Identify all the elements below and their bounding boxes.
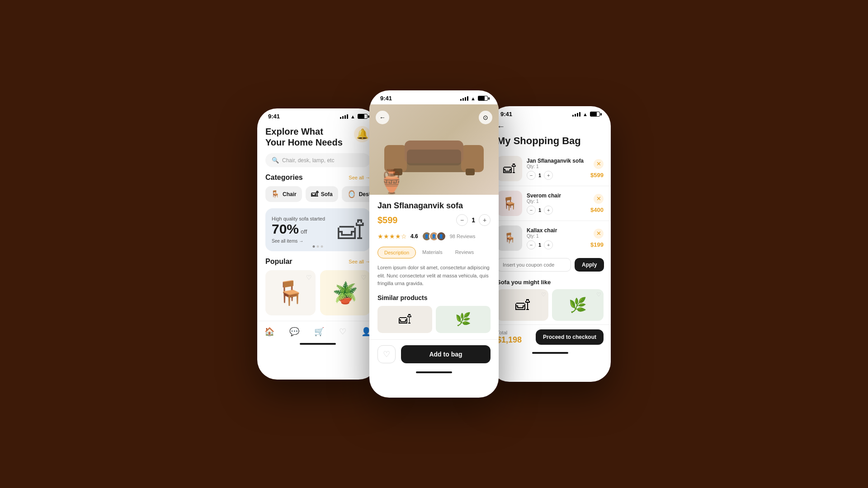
status-bar-1: 9:41 ▲ [257,108,378,122]
status-bar-3: 9:41 ▲ [490,106,611,120]
similar-product-1[interactable]: 🛋 [377,306,432,333]
wifi-icon-3: ▲ [583,112,588,117]
decrease-chair1[interactable]: − [527,206,536,215]
home-indicator-2 [416,371,452,373]
increase-chair2[interactable]: + [544,240,553,249]
rec-item-2[interactable]: ♡ 🌿 [552,289,604,321]
category-sofa[interactable]: 🛋 Sofa [306,186,338,202]
table-product-image: 🪴 [332,281,358,305]
phone-product: 9:41 ▲ ← ⊙ 🏺 [369,90,499,398]
tab-description[interactable]: Description [377,247,416,258]
rec-heart-2[interactable]: ♡ [596,291,601,298]
notification-bell-icon[interactable]: 🔔 [354,126,370,142]
rating-value: 4.6 [410,233,418,239]
coupon-input[interactable] [497,258,571,272]
add-to-bag-bar: ♡ Add to bag [369,339,499,369]
cart-item-chair2: 🪑 Kallax chair Qty: 1 − 1 + ✕ $199 [490,222,611,254]
chair-product-image: 🪑 [276,279,305,307]
home-indicator-3 [532,352,568,354]
banner-link[interactable]: See all items → [272,239,325,244]
rec-product-2-image: 🌿 [569,296,587,314]
search-icon: 🔍 [272,157,279,164]
divider-2 [490,221,611,221]
wishlist-icon-1[interactable]: ♡ [306,274,312,281]
cart-item-chair2-image: 🪑 [497,225,522,251]
banner-text: High quality sofa started 70% off See al… [272,216,325,244]
shopping-bag-title: My Shopping Bag [490,135,611,152]
home-header: Explore WhatYour Home Needs 🔔 [257,122,378,153]
nav-chat[interactable]: 💬 [289,327,299,337]
cart-item-chair2-info: Kallax chair Qty: 1 − 1 + [527,227,586,249]
svg-rect-6 [407,150,461,165]
decrease-chair2[interactable]: − [527,240,536,249]
svg-rect-5 [466,169,475,175]
signal-icon-1 [340,114,348,119]
nav-cart[interactable]: 🛒 [314,327,324,337]
battery-icon-3 [590,112,600,117]
cart-item-chair2-controls: − 1 + [527,240,586,249]
similar-product-2[interactable]: 🌿 [436,306,491,333]
categories-see-all[interactable]: See all → [349,175,370,180]
desk-icon: 🪞 [347,190,356,198]
back-button-bag[interactable]: ← [490,120,611,135]
popular-card-chair[interactable]: ♡ 🪑 [265,270,316,315]
sofa-qty: 1 [538,173,541,178]
popular-card-table[interactable]: ♡ 🪴 [320,270,370,315]
rec-heart-1[interactable]: ♡ [541,291,546,298]
popular-title: Popular [265,258,292,266]
chair2-price: $199 [590,241,604,248]
search-bar[interactable]: 🔍 Chair, desk, lamp, etc [265,153,370,167]
rec-item-1[interactable]: ♡ 🛋 [497,289,548,321]
apply-coupon-button[interactable]: Apply [575,258,604,272]
back-button[interactable]: ← [376,111,389,124]
cart-item-chair1-right: ✕ $400 [590,194,604,213]
increase-chair1[interactable]: + [544,206,553,215]
wishlist-icon-2[interactable]: ♡ [361,274,367,281]
banner-dots [313,245,323,248]
rec-product-1-image: 🛋 [515,297,530,314]
nav-wishlist[interactable]: ♡ [339,327,346,337]
popular-see-all[interactable]: See all → [349,259,370,264]
svg-rect-1 [384,145,407,172]
phone-shopping-bag: 9:41 ▲ ← My Shopping Bag 🛋 Jan Sflanagan… [490,106,611,382]
home-indicator-1 [300,343,336,345]
tab-materials[interactable]: Materials [416,247,449,258]
tab-reviews[interactable]: Reviews [449,247,481,258]
cart-item-chair1: 🪑 Sverom chair Qty: 1 − 1 + ✕ $400 [490,187,611,220]
total-amount: $1,198 [497,335,522,345]
cart-item-chair1-qty-label: Qty: 1 [527,199,586,204]
product-content: Jan Sflanaganvik sofa $599 − 1 + ★★★★☆ 4… [369,195,499,339]
total-label: Total [497,330,522,335]
cart-item-chair1-controls: − 1 + [527,206,586,215]
rating-row: ★★★★☆ 4.6 👤 👤 👤 98 Reviews [377,231,491,241]
remove-chair1-button[interactable]: ✕ [594,194,604,204]
quantity-decrease[interactable]: − [456,214,468,226]
proceed-to-checkout-button[interactable]: Proceed to checkout [536,329,604,345]
favorite-button[interactable]: ♡ [377,345,396,363]
remove-sofa-button[interactable]: ✕ [594,159,604,169]
banner-sofa-image: 🛋 [338,215,364,245]
recommendations-title: Sofa you might like [497,279,604,286]
increase-sofa[interactable]: + [544,171,553,180]
nav-home[interactable]: 🏠 [264,327,274,337]
quantity-increase[interactable]: + [479,214,491,226]
cart-item-sofa-controls: − 1 + [527,171,586,180]
decrease-sofa[interactable]: − [527,171,536,180]
recommendations-section: Sofa you might like ♡ 🛋 ♡ 🌿 [490,275,611,321]
cart-item-sofa-image: 🛋 [497,156,522,181]
checkout-bar: Total $1,198 Proceed to checkout [490,324,611,349]
avatar-3: 👤 [436,231,446,241]
category-chair-label: Chair [283,191,297,197]
product-image-area: ← ⊙ 🏺 [369,104,499,195]
categories-title: Categories [265,174,303,182]
remove-chair2-button[interactable]: ✕ [594,229,604,239]
cart-item-chair2-right: ✕ $199 [590,229,604,248]
add-to-bag-button[interactable]: Add to bag [401,345,491,363]
coupon-row: Apply [490,254,611,275]
promo-banner[interactable]: High quality sofa started 70% off See al… [265,208,370,251]
status-bar-2: 9:41 ▲ [369,90,499,104]
ar-view-button[interactable]: ⊙ [479,111,492,124]
category-chair[interactable]: 🪑 Chair [265,186,302,202]
cart-item-sofa-qty-label: Qty: 1 [527,164,586,169]
review-count[interactable]: 98 Reviews [450,234,476,239]
